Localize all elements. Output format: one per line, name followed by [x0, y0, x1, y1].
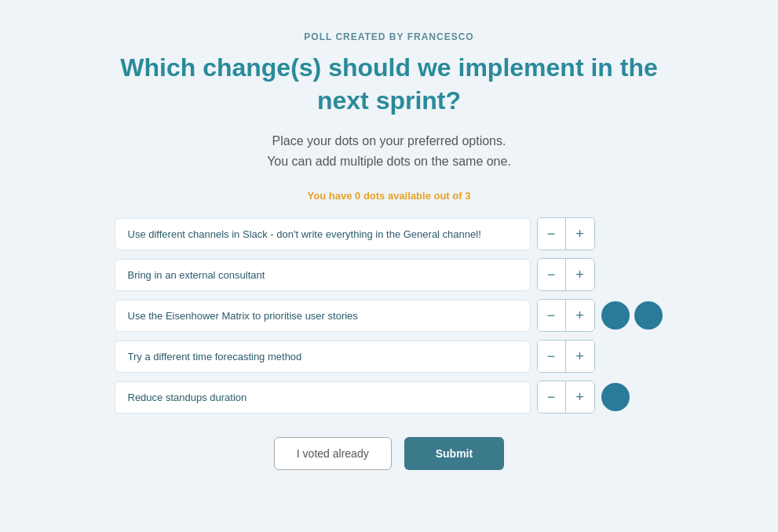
voted-already-button[interactable]: I voted already [274, 437, 392, 470]
plus-button[interactable]: + [566, 341, 594, 372]
footer-buttons: I voted already Submit [115, 437, 664, 470]
poll-container: POLL CREATED BY FRANCESCO Which change(s… [115, 16, 664, 470]
stepper-group: −+ [537, 340, 595, 373]
subtitle-line1: Place your dots on your preferred option… [272, 134, 506, 148]
poll-subtitle: Place your dots on your preferred option… [115, 131, 664, 171]
minus-button[interactable]: − [538, 381, 566, 413]
plus-button[interactable]: + [566, 300, 594, 331]
stepper-group: −+ [537, 258, 595, 291]
vote-dot [601, 301, 630, 330]
dots-info: You have 0 dots available out of 3 [115, 190, 664, 202]
stepper-group: −+ [537, 217, 595, 250]
plus-button[interactable]: + [566, 259, 594, 290]
options-list: Use different channels in Slack - don't … [115, 217, 664, 414]
option-label: Use different channels in Slack - don't … [115, 218, 531, 250]
stepper-group: −+ [537, 299, 595, 332]
poll-title: Which change(s) should we implement in t… [115, 52, 664, 117]
option-label: Try a different time forecasting method [115, 341, 531, 373]
option-row: Use the Eisenhower Matrix to prioritise … [115, 299, 664, 332]
vote-dot [601, 383, 630, 411]
dots-info-prefix: You have [308, 190, 355, 202]
submit-button[interactable]: Submit [404, 437, 504, 470]
dots-info-suffix: dots available out of [360, 190, 465, 202]
option-label: Reduce standups duration [115, 381, 531, 414]
option-label: Bring in an external consultant [115, 259, 531, 291]
option-row: Reduce standups duration−+ [115, 381, 664, 414]
minus-button[interactable]: − [538, 259, 566, 290]
subtitle-line2: You can add multiple dots on the same on… [267, 155, 511, 168]
option-row: Try a different time forecasting method−… [115, 340, 664, 373]
option-row: Use different channels in Slack - don't … [115, 217, 664, 250]
dots-total: 3 [465, 190, 470, 202]
option-row: Bring in an external consultant−+ [115, 258, 664, 291]
plus-button[interactable]: + [566, 218, 594, 250]
minus-button[interactable]: − [538, 218, 566, 250]
minus-button[interactable]: − [538, 341, 566, 372]
option-label: Use the Eisenhower Matrix to prioritise … [115, 300, 531, 332]
dots-display [601, 383, 664, 411]
stepper-group: −+ [537, 381, 595, 414]
minus-button[interactable]: − [538, 300, 566, 331]
vote-dot [634, 301, 663, 330]
poll-creator-label: POLL CREATED BY FRANCESCO [115, 31, 664, 42]
plus-button[interactable]: + [566, 381, 594, 413]
dots-display [601, 301, 664, 330]
